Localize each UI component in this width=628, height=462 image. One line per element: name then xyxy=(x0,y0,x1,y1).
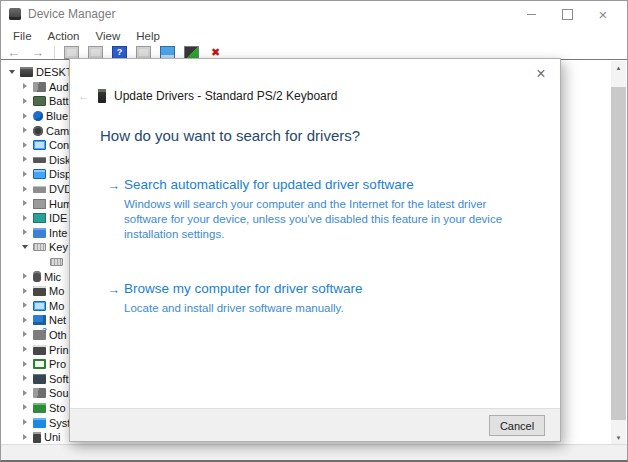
toolbar-separator xyxy=(54,46,55,59)
scrollbar-thumb[interactable] xyxy=(611,87,626,420)
tree-item-label: Key xyxy=(49,241,68,253)
speaker-icon xyxy=(33,82,46,92)
chevron-icon[interactable] xyxy=(21,389,30,398)
tree-item-label: Batt xyxy=(49,95,69,107)
printer-icon xyxy=(33,286,46,296)
option-title[interactable]: Search automatically for updated driver … xyxy=(124,177,526,192)
chevron-icon[interactable] xyxy=(21,316,30,325)
maximize-button[interactable] xyxy=(549,1,585,27)
driver-device-icon xyxy=(98,89,106,103)
tree-item-label: Disk xyxy=(49,154,70,166)
menu-item-action[interactable]: Action xyxy=(40,29,88,43)
option-text: Search automatically for updated driver … xyxy=(124,177,526,243)
menu-item-help[interactable]: Help xyxy=(128,29,168,43)
tree-item-label: Mic xyxy=(44,271,61,283)
menu-item-file[interactable]: File xyxy=(5,29,40,43)
option-description: Locate and install driver software manua… xyxy=(124,301,363,316)
chevron-icon[interactable] xyxy=(21,360,30,369)
chevron-icon[interactable] xyxy=(21,330,30,339)
chevron-icon[interactable] xyxy=(21,243,30,252)
dialog-heading: How do you want to search for drivers? xyxy=(100,127,360,144)
bluetooth-icon xyxy=(33,111,43,121)
camera-icon xyxy=(33,126,43,136)
monitor-icon xyxy=(33,301,46,311)
system-icon xyxy=(33,418,46,428)
scroll-up-icon[interactable]: ▲ xyxy=(611,61,626,74)
update-drivers-dialog: × ← Update Drivers - Standard PS/2 Keybo… xyxy=(69,58,561,442)
tree-item-label: IDE xyxy=(49,212,67,224)
tree-item-label: Mo xyxy=(49,285,64,297)
status-bar xyxy=(1,444,627,460)
scan-hardware-changes-button[interactable] xyxy=(160,46,175,59)
network-icon xyxy=(33,315,46,325)
chevron-icon[interactable] xyxy=(21,185,30,194)
chevron-icon[interactable] xyxy=(21,403,30,412)
dialog-close-icon[interactable]: × xyxy=(532,65,550,83)
vertical-scrollbar[interactable]: ▲ ▼ xyxy=(611,61,626,445)
chevron-icon[interactable] xyxy=(21,345,30,354)
menu-item-view[interactable]: View xyxy=(88,29,129,43)
show-console-tree-button[interactable] xyxy=(64,46,79,59)
chevron-icon[interactable] xyxy=(21,199,30,208)
chevron-icon[interactable] xyxy=(21,126,30,135)
dvd-icon xyxy=(33,186,46,193)
chevron-icon[interactable] xyxy=(21,433,30,442)
option-arrow-icon: → xyxy=(107,177,124,243)
drive-icon xyxy=(33,228,46,238)
keyboard-icon xyxy=(50,258,63,266)
tree-item-label: Oth xyxy=(49,329,67,341)
mouse-icon xyxy=(33,271,41,282)
chevron-icon[interactable] xyxy=(21,155,30,164)
chevron-icon[interactable] xyxy=(21,287,30,296)
storage-icon xyxy=(33,403,46,413)
chevron-icon[interactable] xyxy=(38,258,47,267)
dialog-title: Update Drivers - Standard PS/2 Keyboard xyxy=(114,89,337,103)
chevron-icon[interactable] xyxy=(21,97,30,106)
chevron-icon[interactable] xyxy=(8,68,17,77)
chevron-icon[interactable] xyxy=(21,112,30,121)
help-button[interactable]: ? xyxy=(112,46,127,59)
minimize-icon xyxy=(527,14,536,15)
chevron-icon[interactable] xyxy=(21,170,30,179)
ide-icon xyxy=(33,213,46,223)
close-button[interactable]: × xyxy=(585,1,621,27)
device-manager-window: Device Manager × FileActionViewHelp ←→?✖… xyxy=(0,0,628,462)
monitor-icon xyxy=(33,140,46,150)
title-bar: Device Manager × xyxy=(1,1,627,27)
chevron-icon[interactable] xyxy=(21,272,30,281)
chevron-icon[interactable] xyxy=(21,141,30,150)
keyboard-icon xyxy=(33,243,46,251)
printer-icon xyxy=(33,345,46,355)
cancel-button[interactable]: Cancel xyxy=(489,415,545,436)
chevron-icon[interactable] xyxy=(21,228,30,237)
tree-item-label: Blue xyxy=(46,110,68,122)
minimize-button[interactable] xyxy=(513,1,549,27)
scroll-down-icon[interactable]: ▼ xyxy=(611,431,626,444)
dialog-options: → Search automatically for updated drive… xyxy=(107,177,537,354)
tree-item-label: Sto xyxy=(49,402,66,414)
tree-item-label: Cam xyxy=(46,125,69,137)
dialog-header: ← Update Drivers - Standard PS/2 Keyboar… xyxy=(78,89,337,103)
chevron-icon[interactable] xyxy=(21,82,30,91)
tree-item-label: Pro xyxy=(49,358,66,370)
back-button[interactable]: ← xyxy=(6,46,21,59)
option-title[interactable]: Browse my computer for driver software xyxy=(124,281,363,296)
driver-search-option[interactable]: → Browse my computer for driver software… xyxy=(107,281,537,316)
export-list-button[interactable] xyxy=(136,46,151,59)
chevron-icon[interactable] xyxy=(21,418,30,427)
tree-item-label: Con xyxy=(49,139,69,151)
update-driver-button[interactable] xyxy=(184,46,199,59)
unknown-icon xyxy=(33,330,46,340)
chevron-icon[interactable] xyxy=(21,214,30,223)
forward-button[interactable]: → xyxy=(30,46,45,59)
tree-item-label: Soft xyxy=(49,373,69,385)
properties-button[interactable] xyxy=(88,46,103,59)
computer-icon xyxy=(20,67,33,77)
tree-item-label: Inte xyxy=(49,227,67,239)
chevron-icon[interactable] xyxy=(21,374,30,383)
window-title: Device Manager xyxy=(28,7,115,21)
uninstall-device-button[interactable]: ✖ xyxy=(208,46,223,59)
chevron-icon[interactable] xyxy=(21,301,30,310)
driver-search-option[interactable]: → Search automatically for updated drive… xyxy=(107,177,537,243)
tree-item-label: Prin xyxy=(49,344,69,356)
